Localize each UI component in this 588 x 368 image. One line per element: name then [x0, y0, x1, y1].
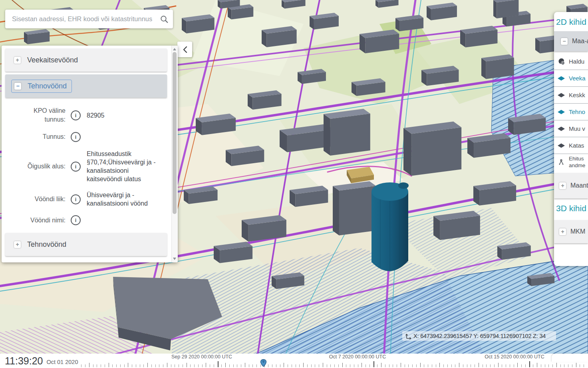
layer-item-keskkond[interactable]: Keskk	[554, 86, 588, 103]
layer-icon	[557, 126, 565, 132]
layers-3d-title: 3D kihid	[554, 198, 588, 218]
scroll-down-arrow-icon[interactable]	[173, 258, 176, 260]
field-label: Vööndi nimi:	[12, 216, 66, 225]
coordinates-text: X: 6473942.239615457 Y: 659794.112690710…	[413, 333, 546, 339]
layer-label: Tehno	[569, 108, 585, 115]
info-icon[interactable]: i	[71, 132, 81, 142]
timeline-slider-thumb[interactable]	[260, 359, 267, 368]
layer-icon	[557, 142, 565, 149]
accordion-label: Veekaitsevöönd	[27, 56, 78, 64]
info-icon[interactable]: i	[71, 110, 81, 120]
clock-time: 11:39:20	[5, 355, 43, 367]
layer-item-tehnovoorgud[interactable]: Tehno	[554, 103, 588, 120]
field-label: Vööndi liik:	[12, 195, 66, 204]
info-icon[interactable]: i	[71, 215, 81, 225]
plus-icon: +	[14, 241, 21, 248]
layer-icon	[557, 92, 565, 98]
minus-icon: −	[14, 83, 21, 90]
layer-label: Veeka	[569, 75, 586, 82]
field-row: Vööndi nimi: i	[12, 215, 172, 225]
chevron-left-icon	[182, 46, 188, 54]
timeline-label: Oct 7 2020 00:00:00 UTC	[329, 354, 386, 360]
timeline-clock: 11:39:20 Oct 01 2020	[0, 354, 78, 368]
field-value: 82905	[87, 111, 158, 120]
plus-icon: +	[559, 228, 566, 235]
scroll-up-arrow-icon[interactable]	[173, 48, 176, 50]
field-row: KPO väline tunnus: i 82905	[12, 106, 172, 124]
layer-group-maa-amet[interactable]: − Maa-a	[554, 31, 588, 51]
search-icon[interactable]	[155, 15, 173, 24]
timeline-label: Oct 15 2020 00:00:00 UTC	[485, 354, 544, 360]
feature-info-panel: + Veekaitsevöönd − Tehnovöönd KPO väline…	[2, 46, 178, 262]
layers-panel: 2D kihid − Maa-a Haldu Veeka	[554, 12, 588, 266]
panel-collapse-button[interactable]	[177, 42, 192, 57]
accordion-label: Tehnovöönd	[27, 240, 66, 249]
layer-item-kataster[interactable]: Katas	[554, 137, 588, 154]
timeline-bar[interactable]: ITC Sep 29 2020 00:00:00 UTC Oct 7 2020 …	[0, 354, 588, 368]
layers-2d-title: 2D kihid	[554, 12, 588, 31]
scrollbar-thumb[interactable]	[173, 52, 177, 214]
layer-label: Muu v	[569, 125, 585, 132]
minus-icon: −	[561, 38, 568, 45]
coordinates-readout: X: 6473942.239615457 Y: 659794.112690710…	[402, 331, 556, 341]
field-value: Ehitusseadustik §70,74;Ühisveevärgi ja -…	[87, 150, 158, 183]
field-label: Tunnus:	[12, 132, 66, 141]
accordion-tehnovoond-expanded[interactable]: − Tehnovöönd	[5, 74, 167, 98]
layer-label: Katas	[569, 142, 584, 149]
info-icon[interactable]: i	[71, 194, 81, 204]
field-label: KPO väline tunnus:	[12, 106, 66, 124]
timeline-corner-panel	[552, 354, 588, 362]
accordion-label: Tehnovöönd	[28, 82, 67, 90]
timeline-label: Sep 29 2020 00:00:00 UTC	[171, 354, 232, 360]
highlighted-zone-cylinder[interactable]	[371, 182, 409, 272]
feature-info-content: + Veekaitsevöönd − Tehnovöönd KPO väline…	[2, 46, 172, 262]
feature-fields: KPO väline tunnus: i 82905 Tunnus: i Õig…	[2, 98, 172, 225]
layer-item-ehitus-andmed[interactable]: Ehitusandme	[554, 154, 588, 170]
layer-label: Haldu	[569, 58, 584, 65]
layer-group-label: Maa-a	[572, 38, 588, 45]
app-window: + Veekaitsevöönd − Tehnovöönd KPO väline…	[0, 0, 588, 368]
layer-item-haldus[interactable]: Haldu	[554, 53, 588, 70]
accordion-tehnovoond-collapsed[interactable]: + Tehnovöönd	[5, 233, 167, 256]
layer-item-muu[interactable]: Muu v	[554, 120, 588, 137]
info-icon[interactable]: i	[71, 162, 81, 172]
field-value: Ühisveevärgi ja - kanalisatsiooni vöönd	[87, 191, 158, 208]
search-bar	[5, 10, 173, 28]
layer-group-maanteed[interactable]: + Maant	[554, 173, 588, 198]
admin-units-icon	[557, 58, 565, 65]
layer-item-veekaitse[interactable]: Veeka	[554, 70, 588, 86]
layer-label: Ehitusandme	[569, 156, 585, 169]
plus-icon: +	[14, 57, 21, 64]
layer-group-label: MKM	[570, 228, 585, 235]
accordion-veekaitsevoond[interactable]: + Veekaitsevöönd	[5, 48, 167, 72]
field-label: Õiguslik alus:	[12, 162, 66, 171]
layer-group-mkm[interactable]: + MKM	[554, 220, 588, 243]
panel-scrollbar[interactable]	[171, 46, 178, 262]
layer-icon	[557, 75, 565, 82]
search-input[interactable]	[5, 15, 155, 23]
layer-group-label: Maant	[570, 182, 588, 189]
field-row: Õiguslik alus: i Ehitusseadustik §70,74;…	[12, 150, 172, 183]
layer-icon	[557, 109, 565, 115]
accordion-focus-ring: − Tehnovöönd	[11, 80, 72, 93]
field-row: Tunnus: i	[12, 132, 172, 142]
survey-icon	[557, 159, 565, 166]
plus-icon: +	[559, 182, 566, 189]
axes-icon	[405, 332, 412, 340]
field-row: Vööndi liik: i Ühisveevärgi ja - kanalis…	[12, 191, 172, 208]
layer-label: Keskk	[569, 92, 585, 98]
clock-date: Oct 01 2020	[46, 356, 78, 365]
